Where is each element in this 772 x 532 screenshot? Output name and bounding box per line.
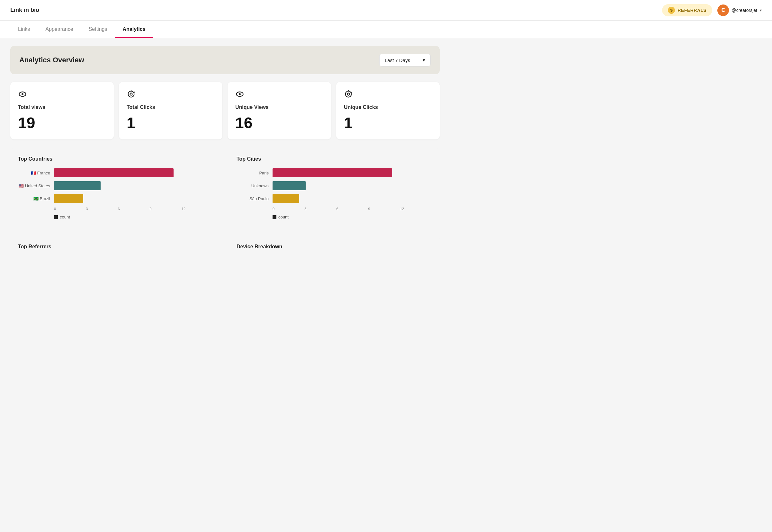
city-label-2: São Paulo bbox=[236, 196, 269, 201]
city-bar-track-2 bbox=[272, 194, 432, 203]
tab-bar: Links Appearance Settings Analytics bbox=[0, 21, 772, 38]
device-breakdown-title: Device Breakdown bbox=[236, 244, 432, 250]
table-row: Unknown bbox=[236, 181, 432, 190]
table-row: 🇺🇸 United States bbox=[18, 181, 213, 190]
click-icon bbox=[127, 90, 215, 101]
analytics-overview-banner: Analytics Overview Last 7 Days ▾ bbox=[10, 46, 440, 74]
table-row: São Paulo bbox=[236, 194, 432, 203]
country-label-0: 🇫🇷 France bbox=[18, 171, 50, 175]
stat-label-3: Unique Clicks bbox=[344, 104, 432, 110]
top-countries-title: Top Countries bbox=[18, 156, 213, 162]
legend-color-box bbox=[54, 215, 58, 219]
svg-point-8 bbox=[345, 91, 351, 97]
country-label-1: 🇺🇸 United States bbox=[18, 183, 50, 188]
dollar-icon: $ bbox=[668, 7, 675, 14]
svg-line-11 bbox=[351, 92, 352, 93]
city-bar-track-1 bbox=[272, 181, 432, 190]
city-bar-2 bbox=[272, 194, 299, 203]
svg-point-7 bbox=[239, 93, 241, 95]
cities-legend-label: count bbox=[278, 215, 288, 219]
bar-2 bbox=[54, 194, 83, 203]
bar-1 bbox=[54, 181, 101, 190]
date-range-chevron: ▾ bbox=[423, 57, 425, 63]
city-label-0: Paris bbox=[236, 171, 269, 175]
countries-axis: 0 3 6 9 12 bbox=[54, 207, 213, 211]
header: Link in bio $ REFERRALS C @creatorsjet ▾ bbox=[0, 0, 772, 21]
table-row: Paris bbox=[236, 168, 432, 177]
charts-row: Top Countries 🇫🇷 France 🇺🇸 United States… bbox=[10, 148, 440, 227]
axis-tick: 9 bbox=[368, 207, 400, 211]
user-menu[interactable]: C @creatorsjet ▾ bbox=[717, 4, 762, 16]
stats-row: Total views 19 Total Clicks 1 Unique Vie… bbox=[10, 82, 440, 139]
date-range-label: Last 7 Days bbox=[385, 58, 410, 63]
bar-track-0 bbox=[54, 168, 213, 177]
top-countries-chart: Top Countries 🇫🇷 France 🇺🇸 United States… bbox=[10, 148, 221, 227]
referrals-label: REFERRALS bbox=[678, 8, 706, 13]
svg-point-2 bbox=[128, 91, 134, 97]
city-bar-track-0 bbox=[272, 168, 432, 177]
axis-tick: 9 bbox=[150, 207, 182, 211]
countries-bar-chart: 🇫🇷 France 🇺🇸 United States 🇧🇷 Brazil bbox=[18, 168, 213, 203]
stat-value-2: 16 bbox=[235, 114, 323, 132]
axis-tick: 3 bbox=[86, 207, 118, 211]
stat-label-1: Total Clicks bbox=[127, 104, 215, 110]
main-content: Analytics Overview Last 7 Days ▾ Total v… bbox=[0, 38, 450, 265]
svg-point-1 bbox=[22, 93, 23, 95]
table-row: 🇧🇷 Brazil bbox=[18, 194, 213, 203]
date-range-select[interactable]: Last 7 Days ▾ bbox=[379, 54, 431, 67]
stat-value-1: 1 bbox=[127, 114, 215, 132]
axis-tick: 3 bbox=[304, 207, 336, 211]
top-referrers-section: Top Referrers bbox=[10, 236, 221, 257]
stat-label-0: Total views bbox=[18, 104, 106, 110]
device-breakdown-section: Device Breakdown bbox=[229, 236, 440, 257]
countries-legend: count bbox=[54, 215, 213, 219]
axis-tick: 0 bbox=[272, 207, 304, 211]
countries-legend-label: count bbox=[60, 215, 70, 219]
bottom-row: Top Referrers Device Breakdown bbox=[10, 236, 440, 257]
eye-icon-2 bbox=[235, 90, 323, 101]
stat-value-3: 1 bbox=[344, 114, 432, 132]
chevron-down-icon: ▾ bbox=[760, 8, 762, 13]
axis-tick: 12 bbox=[182, 207, 213, 211]
top-referrers-title: Top Referrers bbox=[18, 244, 213, 250]
axis-tick: 12 bbox=[400, 207, 432, 211]
stat-label-2: Unique Views bbox=[235, 104, 323, 110]
svg-line-5 bbox=[134, 92, 135, 93]
bar-track-1 bbox=[54, 181, 213, 190]
axis-tick: 6 bbox=[336, 207, 368, 211]
table-row: 🇫🇷 France bbox=[18, 168, 213, 177]
cities-legend: count bbox=[272, 215, 432, 219]
eye-icon bbox=[18, 90, 106, 101]
tab-settings[interactable]: Settings bbox=[81, 21, 115, 38]
stat-card-total-clicks: Total Clicks 1 bbox=[119, 82, 222, 139]
cities-bar-chart: Paris Unknown São Paulo bbox=[236, 168, 432, 203]
legend-color-box-2 bbox=[272, 215, 276, 219]
stat-card-unique-views: Unique Views 16 bbox=[227, 82, 331, 139]
click-icon-2 bbox=[344, 90, 432, 101]
referrals-button[interactable]: $ REFERRALS bbox=[662, 4, 712, 16]
overview-title: Analytics Overview bbox=[19, 56, 84, 64]
city-bar-1 bbox=[272, 181, 306, 190]
header-actions: $ REFERRALS C @creatorsjet ▾ bbox=[662, 4, 762, 16]
bar-track-2 bbox=[54, 194, 213, 203]
avatar: C bbox=[717, 4, 729, 16]
top-cities-title: Top Cities bbox=[236, 156, 432, 162]
stat-card-total-views: Total views 19 bbox=[10, 82, 114, 139]
app-title: Link in bio bbox=[10, 7, 39, 13]
tab-appearance[interactable]: Appearance bbox=[38, 21, 81, 38]
svg-point-3 bbox=[130, 93, 132, 95]
city-bar-0 bbox=[272, 168, 392, 177]
country-label-2: 🇧🇷 Brazil bbox=[18, 196, 50, 201]
tab-analytics[interactable]: Analytics bbox=[115, 21, 153, 38]
axis-tick: 0 bbox=[54, 207, 86, 211]
stat-card-unique-clicks: Unique Clicks 1 bbox=[336, 82, 440, 139]
stat-value-0: 19 bbox=[18, 114, 106, 132]
axis-tick: 6 bbox=[118, 207, 149, 211]
cities-axis: 0 3 6 9 12 bbox=[272, 207, 432, 211]
svg-point-9 bbox=[347, 93, 350, 95]
bar-0 bbox=[54, 168, 173, 177]
city-label-1: Unknown bbox=[236, 183, 269, 188]
top-cities-chart: Top Cities Paris Unknown São Paulo bbox=[229, 148, 440, 227]
username: @creatorsjet bbox=[732, 8, 757, 13]
tab-links[interactable]: Links bbox=[10, 21, 38, 38]
